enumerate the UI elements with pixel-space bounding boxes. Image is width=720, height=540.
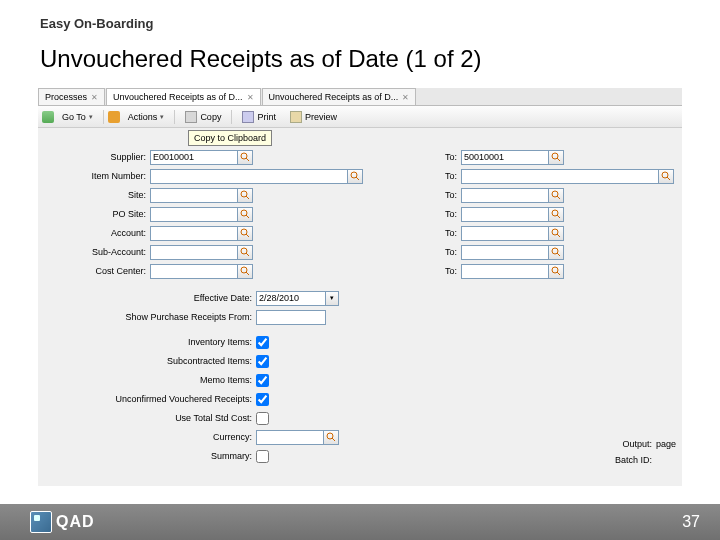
effdate-input[interactable] <box>256 291 326 306</box>
tab-label: Unvouchered Receipts as of D... <box>113 92 243 102</box>
usestd-checkbox[interactable] <box>256 412 269 425</box>
goto-button[interactable]: Go To ▾ <box>56 109 99 125</box>
lookup-button[interactable] <box>238 226 253 241</box>
search-icon <box>240 152 250 162</box>
summary-checkbox[interactable] <box>256 450 269 463</box>
subaccount-to-input[interactable] <box>461 245 549 260</box>
account-input[interactable] <box>150 226 238 241</box>
back-icon[interactable] <box>42 111 54 123</box>
item-to-input[interactable] <box>461 169 659 184</box>
lookup-button[interactable] <box>238 245 253 260</box>
svg-line-3 <box>557 158 560 161</box>
search-icon <box>240 228 250 238</box>
actions-button[interactable]: Actions ▾ <box>122 109 171 125</box>
lookup-button[interactable] <box>549 226 564 241</box>
supplier-label: Supplier: <box>38 152 150 162</box>
posite-input[interactable] <box>150 207 238 222</box>
subaccount-label: Sub-Account: <box>38 247 150 257</box>
page-title: Unvouchered Receipts as of Date (1 of 2) <box>0 31 720 73</box>
summary-label: Summary: <box>38 451 256 461</box>
print-button[interactable]: Print <box>236 108 282 126</box>
copy-button[interactable]: Copy <box>179 108 227 126</box>
subcontracted-checkbox[interactable] <box>256 355 269 368</box>
lookup-button[interactable] <box>549 188 564 203</box>
form-area: Supplier: To: Item Number: To: <box>38 128 682 486</box>
lookup-button[interactable] <box>238 207 253 222</box>
tab-unvouchered-2[interactable]: Unvouchered Receipts as of D... ✕ <box>262 88 417 105</box>
output-value: page <box>656 439 676 449</box>
lookup-button[interactable] <box>659 169 674 184</box>
preview-label: Preview <box>305 112 337 122</box>
logo-text: QAD <box>56 513 95 531</box>
print-label: Print <box>257 112 276 122</box>
output-section: Output: page Batch ID: <box>606 436 676 468</box>
svg-line-1 <box>246 158 249 161</box>
lookup-button[interactable] <box>348 169 363 184</box>
date-picker-button[interactable]: ▾ <box>326 291 339 306</box>
tab-label: Processes <box>45 92 87 102</box>
preview-button[interactable]: Preview <box>284 108 343 126</box>
lookup-button[interactable] <box>238 264 253 279</box>
svg-line-27 <box>557 272 560 275</box>
svg-line-7 <box>667 177 670 180</box>
costcenter-input[interactable] <box>150 264 238 279</box>
unconfirmed-checkbox[interactable] <box>256 393 269 406</box>
item-input[interactable] <box>150 169 348 184</box>
site-input[interactable] <box>150 188 238 203</box>
slide-subtitle: Easy On-Boarding <box>0 0 720 31</box>
account-to-input[interactable] <box>461 226 549 241</box>
search-icon <box>326 432 336 442</box>
search-icon <box>551 247 561 257</box>
svg-line-5 <box>356 177 359 180</box>
page-number: 37 <box>682 513 700 531</box>
lookup-button[interactable] <box>549 264 564 279</box>
site-to-label: To: <box>421 190 461 200</box>
subaccount-input[interactable] <box>150 245 238 260</box>
close-icon[interactable]: ✕ <box>402 93 409 102</box>
lookup-button[interactable] <box>324 430 339 445</box>
account-label: Account: <box>38 228 150 238</box>
chevron-down-icon: ▾ <box>330 294 334 302</box>
search-icon <box>240 266 250 276</box>
lookup-button[interactable] <box>238 150 253 165</box>
effdate-label: Effective Date: <box>38 293 256 303</box>
search-icon <box>551 266 561 276</box>
memo-label: Memo Items: <box>38 375 256 385</box>
svg-line-9 <box>246 196 249 199</box>
lookup-button[interactable] <box>238 188 253 203</box>
costcenter-to-input[interactable] <box>461 264 549 279</box>
memo-checkbox[interactable] <box>256 374 269 387</box>
lookup-button[interactable] <box>549 207 564 222</box>
svg-line-29 <box>332 438 335 441</box>
close-icon[interactable]: ✕ <box>91 93 98 102</box>
posite-label: PO Site: <box>38 209 150 219</box>
lookup-button[interactable] <box>549 245 564 260</box>
supplier-input[interactable] <box>150 150 238 165</box>
search-icon <box>551 152 561 162</box>
separator <box>231 110 232 124</box>
separator <box>103 110 104 124</box>
footer: QAD 37 <box>0 504 720 540</box>
posite-to-input[interactable] <box>461 207 549 222</box>
svg-line-17 <box>246 234 249 237</box>
close-icon[interactable]: ✕ <box>247 93 254 102</box>
svg-line-15 <box>557 215 560 218</box>
tab-unvouchered-1[interactable]: Unvouchered Receipts as of D... ✕ <box>106 88 261 105</box>
showfrom-label: Show Purchase Receipts From: <box>38 312 256 322</box>
actions-label: Actions <box>128 112 158 122</box>
output-label: Output: <box>606 439 656 449</box>
chevron-down-icon: ▾ <box>89 113 93 121</box>
tab-bar: Processes ✕ Unvouchered Receipts as of D… <box>38 88 682 106</box>
lookup-button[interactable] <box>549 150 564 165</box>
subcontracted-label: Subcontracted Items: <box>38 356 256 366</box>
search-icon <box>240 190 250 200</box>
search-icon <box>240 247 250 257</box>
inventory-checkbox[interactable] <box>256 336 269 349</box>
action-icon[interactable] <box>108 111 120 123</box>
tab-processes[interactable]: Processes ✕ <box>38 88 105 105</box>
supplier-to-input[interactable] <box>461 150 549 165</box>
currency-input[interactable] <box>256 430 324 445</box>
showfrom-input[interactable] <box>256 310 326 325</box>
svg-line-19 <box>557 234 560 237</box>
site-to-input[interactable] <box>461 188 549 203</box>
